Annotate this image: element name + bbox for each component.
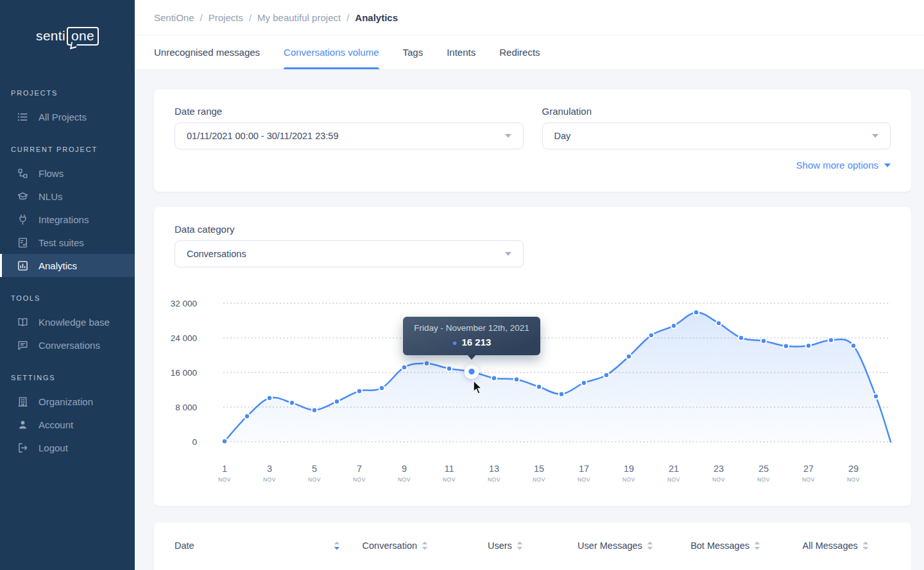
chart-point[interactable] xyxy=(581,380,586,385)
column-header-all-messages[interactable]: All Messages xyxy=(780,541,891,551)
chevron-down-icon xyxy=(872,134,878,138)
show-more-options-button[interactable]: Show more options xyxy=(175,160,891,171)
granulation-select[interactable]: Day xyxy=(542,122,891,149)
chart-point[interactable] xyxy=(379,385,384,390)
x-axis-month-label: NOV xyxy=(353,476,366,483)
granulation-field: Granulation Day xyxy=(542,106,891,149)
chart-point[interactable] xyxy=(604,373,609,378)
chart-point[interactable] xyxy=(783,344,789,349)
sidebar-item-analytics[interactable]: Analytics xyxy=(0,254,135,277)
tooltip-date: Friday - November 12th, 2021 xyxy=(409,323,534,333)
sidebar-item-knowledge-base[interactable]: Knowledge base xyxy=(0,310,135,333)
tab-intents[interactable]: Intents xyxy=(447,35,475,69)
filters-card: Date range 01/11/2021 00:00 - 30/11/2021… xyxy=(154,89,911,192)
chart-point[interactable] xyxy=(334,399,339,404)
chart-point[interactable] xyxy=(761,339,766,344)
data-category-label: Data category xyxy=(175,224,524,235)
chart-point[interactable] xyxy=(873,394,878,399)
x-axis-month-label: NOV xyxy=(398,476,411,483)
graduation-cap-icon xyxy=(17,190,29,203)
chevron-down-icon xyxy=(505,134,511,138)
chart-point[interactable] xyxy=(447,366,452,371)
chart-point[interactable] xyxy=(536,384,542,389)
sidebar-section-label: SETTINGS xyxy=(0,374,135,381)
chart-point[interactable] xyxy=(739,335,744,340)
sidebar-item-conversations[interactable]: Conversations xyxy=(0,333,135,356)
column-header-date[interactable]: Date xyxy=(175,541,340,551)
x-axis-month-label: NOV xyxy=(712,476,725,483)
x-axis-month-label: NOV xyxy=(578,476,590,483)
sort-icon[interactable] xyxy=(422,541,428,550)
chart-tooltip: Friday - November 12th, 2021 ●16 213 xyxy=(403,317,540,355)
sidebar-item-label: Account xyxy=(38,419,73,430)
chart-point[interactable] xyxy=(626,354,631,359)
sort-icon[interactable] xyxy=(647,541,653,550)
column-header-conversation[interactable]: Conversation xyxy=(340,541,450,551)
tab-conversations-volume[interactable]: Conversations volume xyxy=(284,35,379,69)
breadcrumb-item[interactable]: Projects xyxy=(209,12,243,23)
sidebar-item-nlus[interactable]: NLUs xyxy=(0,185,135,208)
chart-point[interactable] xyxy=(806,343,811,348)
sidebar: sentione PROJECTSAll ProjectsCURRENT PRO… xyxy=(0,0,135,570)
x-axis-day-label: 19 xyxy=(624,464,634,474)
column-label: Conversation xyxy=(363,541,417,551)
tab-redirects[interactable]: Redirects xyxy=(499,35,540,69)
chart-point-highlight[interactable] xyxy=(468,369,474,374)
sidebar-item-logout[interactable]: Logout xyxy=(0,436,135,459)
chart-point[interactable] xyxy=(222,439,227,444)
chart-point[interactable] xyxy=(267,396,272,401)
chart-point[interactable] xyxy=(649,333,654,338)
chart-point[interactable] xyxy=(402,365,407,370)
date-range-label: Date range xyxy=(175,106,524,117)
data-category-select[interactable]: Conversations xyxy=(175,240,524,267)
sidebar-item-label: Knowledge base xyxy=(38,317,110,328)
breadcrumb-separator: / xyxy=(249,12,252,23)
breadcrumb-item[interactable]: SentiOne xyxy=(154,12,194,23)
column-header-users[interactable]: Users xyxy=(450,541,561,551)
chart-point[interactable] xyxy=(357,389,362,394)
y-axis-tick-label: 8 000 xyxy=(175,403,197,412)
date-range-value: 01/11/2021 00:00 - 30/11/2021 23:59 xyxy=(187,131,339,141)
sidebar-item-all-projects[interactable]: All Projects xyxy=(0,105,135,128)
sidebar-item-test-suites[interactable]: Test suites xyxy=(0,231,135,254)
sidebar-item-label: Flows xyxy=(38,168,64,179)
chart-point[interactable] xyxy=(828,337,834,342)
plug-icon xyxy=(17,214,29,226)
sort-icon[interactable] xyxy=(334,541,340,550)
breadcrumb-item[interactable]: My beautiful project xyxy=(257,12,341,23)
conversations-volume-chart[interactable]: Friday - November 12th, 2021 ●16 213 08 … xyxy=(160,294,891,489)
chart-point[interactable] xyxy=(671,323,676,328)
x-axis-day-label: 5 xyxy=(312,464,317,474)
tab-unrecognised-messages[interactable]: Unrecognised messages xyxy=(154,35,260,69)
sidebar-item-organization[interactable]: Organization xyxy=(0,390,135,413)
x-axis-day-label: 3 xyxy=(267,464,272,474)
chart-point[interactable] xyxy=(514,377,519,382)
chart-point[interactable] xyxy=(716,321,721,326)
chart-point[interactable] xyxy=(492,376,497,381)
sidebar-item-account[interactable]: Account xyxy=(0,413,135,436)
column-header-bot-messages[interactable]: Bot Messages xyxy=(671,541,781,551)
sort-icon[interactable] xyxy=(862,541,869,550)
sidebar-item-label: NLUs xyxy=(38,191,63,202)
tab-tags[interactable]: Tags xyxy=(403,35,424,69)
breadcrumb-item: Analytics xyxy=(355,12,398,23)
chart-point[interactable] xyxy=(244,414,250,419)
chart-point[interactable] xyxy=(424,361,429,366)
tabs-bar: Unrecognised messagesConversations volum… xyxy=(135,35,924,70)
chart-point[interactable] xyxy=(694,310,699,315)
chart-area-fill xyxy=(225,312,891,442)
chart-point[interactable] xyxy=(851,343,856,348)
chart-point[interactable] xyxy=(559,392,564,397)
chart-point[interactable] xyxy=(312,408,317,413)
sidebar-item-integrations[interactable]: Integrations xyxy=(0,208,135,231)
date-range-select[interactable]: 01/11/2021 00:00 - 30/11/2021 23:59 xyxy=(175,122,524,149)
chat-bubble-icon xyxy=(17,339,29,351)
sort-icon[interactable] xyxy=(754,541,760,550)
show-more-options-label: Show more options xyxy=(796,160,878,171)
x-axis-day-label: 15 xyxy=(534,464,544,474)
column-header-user-messages[interactable]: User Messages xyxy=(560,541,671,551)
chart-point[interactable] xyxy=(289,400,295,405)
sentione-logo[interactable]: sentione xyxy=(0,0,135,72)
sidebar-item-flows[interactable]: Flows xyxy=(0,162,135,185)
sort-icon[interactable] xyxy=(517,541,523,550)
